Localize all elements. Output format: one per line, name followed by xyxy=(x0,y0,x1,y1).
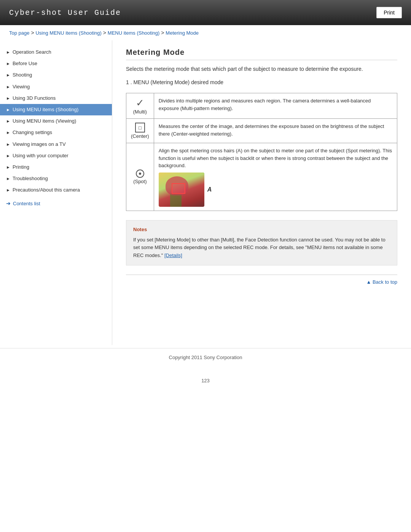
sidebar-item-menu-shooting[interactable]: ► Using MENU items (Shooting) xyxy=(0,104,112,115)
breadcrumb-sep1: > xyxy=(30,30,36,36)
sidebar-item-label: Shooting xyxy=(13,72,32,78)
multi-description: Divides into multiple regions and measur… xyxy=(154,93,397,119)
multi-icon-cell: ✓ (Multi) xyxy=(126,93,154,119)
sidebar-item-label: Using with your computer xyxy=(13,152,68,159)
table-row: (Spot) Align the spot metering cross hai… xyxy=(126,143,397,211)
page-title: Metering Mode xyxy=(126,48,397,60)
breadcrumb: Top page > Using MENU items (Shooting) >… xyxy=(0,25,411,40)
spot-image-container: A xyxy=(159,173,392,207)
arrow-icon: ► xyxy=(6,187,10,193)
arrow-icon: ► xyxy=(6,118,10,124)
sidebar-item-computer[interactable]: ► Using with your computer xyxy=(0,150,112,161)
breadcrumb-part2-link[interactable]: MENU items (Shooting) xyxy=(108,30,160,36)
table-row: □ (Center) Measures the center of the im… xyxy=(126,119,397,143)
header-title: Cyber-shot User Guide xyxy=(9,8,121,17)
sidebar-item-label: Using MENU items (Shooting) xyxy=(13,106,78,113)
center-label: (Center) xyxy=(131,133,149,139)
header: Cyber-shot User Guide Print xyxy=(0,0,411,25)
breadcrumb-top-link[interactable]: Top page xyxy=(9,30,30,36)
arrow-icon: ► xyxy=(6,96,10,101)
sidebar-item-before-use[interactable]: ► Before Use xyxy=(0,58,112,69)
sidebar-item-shooting[interactable]: ► Shooting xyxy=(0,69,112,81)
spot-label: (Spot) xyxy=(133,179,147,184)
sidebar: ► Operation Search ► Before Use ► Shooti… xyxy=(0,40,112,345)
sidebar-item-precautions[interactable]: ► Precautions/About this camera xyxy=(0,184,112,196)
arrow-icon: ► xyxy=(6,130,10,136)
sidebar-item-label: Changing settings xyxy=(13,129,52,136)
metering-mode-table: ✓ (Multi) Divides into multiple regions … xyxy=(126,93,397,211)
notes-text: If you set [Metering Mode] to other than… xyxy=(133,237,386,259)
sidebar-item-label: Printing xyxy=(13,164,29,171)
sidebar-item-label: Operation Search xyxy=(13,49,51,56)
contents-link-label: Contents list xyxy=(13,201,40,206)
multi-icon: ✓ xyxy=(136,97,144,109)
arrow-right-icon: ➔ xyxy=(6,200,11,206)
arrow-icon: ► xyxy=(6,50,10,55)
arrow-icon: ► xyxy=(6,72,10,78)
details-link[interactable]: [Details] xyxy=(164,252,182,258)
spot-description: Align the spot metering cross hairs (A) … xyxy=(154,143,397,211)
contents-list-link[interactable]: ➔ Contents list xyxy=(0,196,112,211)
copyright-text: Copyright 2011 Sony Corporation xyxy=(169,355,242,360)
arrow-icon: ► xyxy=(6,176,10,182)
arrow-icon: ► xyxy=(6,142,10,147)
sidebar-item-printing[interactable]: ► Printing xyxy=(0,161,112,173)
multi-label: (Multi) xyxy=(133,109,147,115)
table-row: ✓ (Multi) Divides into multiple regions … xyxy=(126,93,397,119)
arrow-icon: ► xyxy=(6,153,10,159)
sidebar-item-label: Before Use xyxy=(13,60,37,67)
back-to-top-row: ▲ Back to top xyxy=(126,275,397,286)
center-icon: □ xyxy=(135,123,145,133)
center-description: Measures the center of the image, and de… xyxy=(154,119,397,143)
print-button[interactable]: Print xyxy=(376,7,402,18)
menu-step: 1 . MENU (Metering Mode) desired mode xyxy=(126,79,397,85)
sidebar-item-label: Precautions/About this camera xyxy=(13,187,80,193)
sidebar-item-viewing[interactable]: ► Viewing xyxy=(0,81,112,93)
breadcrumb-sep3: > xyxy=(159,30,166,36)
notes-box: Notes If you set [Metering Mode] to othe… xyxy=(126,220,397,265)
breadcrumb-current[interactable]: Metering Mode xyxy=(166,30,199,36)
sidebar-item-3d-functions[interactable]: ► Using 3D Functions xyxy=(0,93,112,104)
sidebar-item-operation-search[interactable]: ► Operation Search xyxy=(0,46,112,58)
sidebar-item-changing-settings[interactable]: ► Changing settings xyxy=(0,127,112,138)
spot-a-label: A xyxy=(207,185,212,194)
arrow-icon: ► xyxy=(6,165,10,170)
sidebar-item-menu-viewing[interactable]: ► Using MENU items (Viewing) xyxy=(0,115,112,127)
sidebar-item-label: Viewing xyxy=(13,83,30,90)
sidebar-item-label: Viewing images on a TV xyxy=(13,141,66,148)
spot-icon xyxy=(136,169,144,178)
sidebar-item-label: Using 3D Functions xyxy=(13,95,56,102)
content-description: Selects the metering mode that sets whic… xyxy=(126,65,397,73)
arrow-icon: ► xyxy=(6,107,10,113)
sidebar-item-troubleshooting[interactable]: ► Troubleshooting xyxy=(0,173,112,184)
breadcrumb-sep2: > xyxy=(102,30,108,36)
arrow-icon: ► xyxy=(6,61,10,67)
sidebar-item-label: Troubleshooting xyxy=(13,175,48,182)
main-layout: ► Operation Search ► Before Use ► Shooti… xyxy=(0,40,411,345)
footer: Copyright 2011 Sony Corporation xyxy=(0,348,411,366)
back-to-top-link[interactable]: ▲ Back to top xyxy=(366,279,397,285)
content-area: Metering Mode Selects the metering mode … xyxy=(112,40,411,345)
sidebar-item-label: Using MENU items (Viewing) xyxy=(13,118,76,125)
breadcrumb-part1-link[interactable]: Using MENU items (Shooting) xyxy=(35,30,101,36)
spot-icon-cell: (Spot) xyxy=(126,143,154,211)
center-icon-cell: □ (Center) xyxy=(126,119,154,143)
notes-title: Notes xyxy=(133,226,390,234)
sidebar-item-viewing-tv[interactable]: ► Viewing images on a TV xyxy=(0,139,112,150)
spot-image xyxy=(159,173,204,207)
spot-selection-box xyxy=(172,183,185,194)
page-number: 123 xyxy=(0,378,411,383)
arrow-icon: ► xyxy=(6,84,10,90)
